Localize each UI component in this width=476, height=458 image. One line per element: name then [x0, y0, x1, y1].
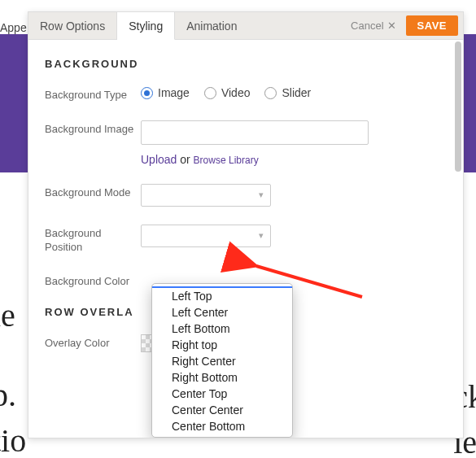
radio-label: Slider: [282, 86, 311, 99]
overlay-color-label: Overlay Color: [45, 334, 141, 351]
cancel-button[interactable]: Cancel ✕: [343, 12, 404, 39]
radio-dot-icon: [264, 87, 277, 99]
bg-position-select[interactable]: ▾: [141, 225, 271, 247]
dropdown-item-right-bottom[interactable]: Right Bottom: [152, 369, 292, 386]
dropdown-item-left-top[interactable]: Left Top: [152, 288, 292, 304]
tab-styling[interactable]: Styling: [117, 12, 175, 40]
radio-bg-image[interactable]: Image: [141, 86, 190, 99]
chevron-down-icon: ▾: [259, 230, 264, 241]
tab-animation[interactable]: Animation: [175, 12, 248, 39]
settings-panel: Row Options Styling Animation Cancel ✕ S…: [28, 11, 464, 438]
background-page-text-left: ie p. tio: [0, 293, 26, 458]
bg-mode-select[interactable]: ▾: [141, 184, 271, 207]
radio-bg-video[interactable]: Video: [204, 86, 251, 99]
tab-row-options[interactable]: Row Options: [28, 12, 117, 39]
dropdown-item-center-center[interactable]: Center Center: [152, 402, 292, 418]
close-icon: ✕: [387, 20, 396, 32]
scrollbar-thumb[interactable]: [455, 41, 461, 172]
bg-type-label: Background Type: [45, 86, 141, 103]
radio-dot-icon: [204, 87, 216, 99]
bg-mode-label: Background Mode: [45, 184, 141, 200]
app-label: Appe: [0, 21, 27, 34]
dropdown-item-center-bottom[interactable]: Center Bottom: [152, 418, 292, 434]
dropdown-item-left-center[interactable]: Left Center: [152, 304, 292, 321]
radio-label: Video: [221, 86, 251, 99]
bg-image-label: Background Image: [45, 120, 141, 137]
browse-library-link[interactable]: Browse Library: [194, 155, 259, 166]
bg-image-input[interactable]: [141, 120, 369, 145]
bg-position-label: Background Position: [45, 225, 141, 255]
bg-color-label: Background Color: [45, 273, 141, 289]
save-button[interactable]: SAVE: [406, 15, 458, 36]
tab-bar: Row Options Styling Animation Cancel ✕ S…: [28, 12, 463, 40]
radio-label: Image: [158, 86, 190, 99]
dropdown-item-center-top[interactable]: Center Top: [152, 386, 292, 402]
upload-link[interactable]: Upload: [141, 153, 177, 166]
chevron-down-icon: ▾: [259, 190, 264, 200]
bg-position-dropdown: Left Top Left Center Left Bottom Right t…: [151, 283, 293, 438]
dropdown-item-right-top[interactable]: Right top: [152, 337, 292, 353]
dropdown-item-left-bottom[interactable]: Left Bottom: [152, 321, 292, 337]
panel-body: BACKGROUND Background Type Image Video S…: [28, 40, 463, 438]
dropdown-item-right-center[interactable]: Right Center: [152, 353, 292, 369]
radio-bg-slider[interactable]: Slider: [264, 86, 311, 99]
radio-dot-icon: [141, 87, 153, 99]
cancel-label: Cancel: [351, 20, 383, 32]
or-text: or: [177, 153, 193, 166]
section-heading-background: BACKGROUND: [45, 58, 447, 70]
